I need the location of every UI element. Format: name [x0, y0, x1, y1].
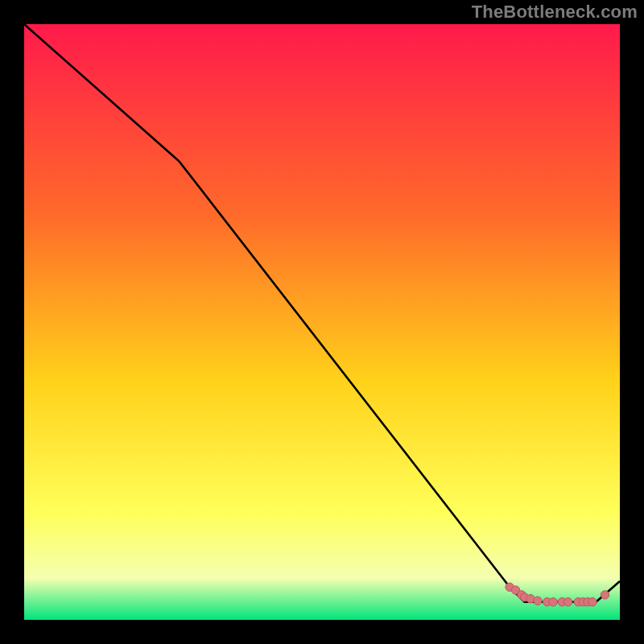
watermark-text: TheBottleneck.com: [472, 2, 638, 23]
bottleneck-plot: [24, 24, 620, 620]
chart-stage: TheBottleneck.com: [0, 0, 644, 644]
highlight-dot: [564, 598, 572, 606]
highlight-dot: [534, 597, 542, 605]
highlight-dot: [588, 598, 597, 606]
highlight-dot: [601, 591, 609, 599]
highlight-dot: [549, 598, 557, 606]
plot-background: [24, 24, 620, 620]
